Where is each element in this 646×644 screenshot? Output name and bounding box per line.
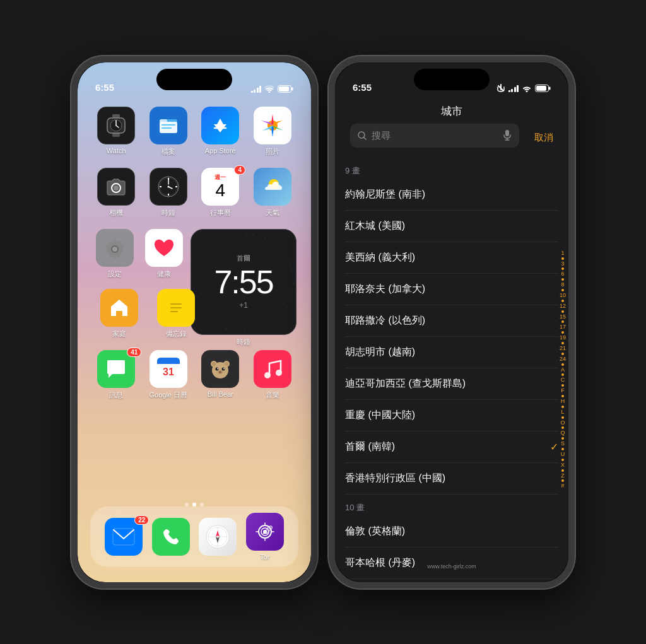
search-input[interactable] — [372, 130, 498, 141]
page-dot-2 — [192, 503, 196, 506]
city-item-hongkong[interactable]: 香港特別行政區 (中國) — [345, 463, 558, 495]
gcal-label: Google 日曆 — [149, 390, 187, 400]
dock-tor[interactable]: Tor — [242, 513, 288, 561]
city-list-inner[interactable]: 9 畫 約翰尼斯堡 (南非) 紅木城 (美國) 美西納 (義大利) 耶洛奈夫 (… — [335, 158, 568, 582]
calendar-label: 行事曆 — [210, 208, 231, 218]
svg-point-28 — [112, 247, 117, 252]
city-name: 耶洛奈夫 (加拿大) — [345, 283, 425, 296]
files-label: 檔案 — [162, 147, 175, 156]
home-icon — [100, 289, 138, 327]
app-files[interactable]: 檔案 — [146, 107, 191, 156]
app-appstore[interactable]: App Store — [197, 107, 243, 156]
app-home[interactable]: 家庭 — [97, 289, 142, 339]
search-icon — [358, 131, 367, 140]
city-item-redwood[interactable]: 紅木城 (美國) — [345, 211, 558, 242]
dock-mail[interactable]: 22 — [101, 518, 146, 556]
clock-widget[interactable]: 首爾 7:55 +1 時鐘 — [191, 229, 297, 347]
alpha-19[interactable]: 19 — [560, 334, 566, 341]
alpha-3[interactable]: 3 — [561, 261, 564, 267]
alpha-O[interactable]: O — [560, 419, 565, 426]
alpha-dot — [561, 437, 564, 440]
app-health[interactable]: 健康 — [141, 229, 187, 279]
app-gcal[interactable]: 31 Google 日曆 — [146, 350, 191, 400]
svg-rect-36 — [157, 361, 180, 364]
cancel-button[interactable]: 取消 — [534, 132, 553, 144]
svg-rect-60 — [549, 86, 551, 90]
alpha-H[interactable]: H — [561, 398, 565, 405]
alpha-dot — [561, 406, 564, 408]
alpha-15[interactable]: 15 — [560, 313, 566, 320]
app-camera[interactable]: 相機 — [93, 168, 139, 218]
tor-label: Tor — [260, 553, 269, 561]
alpha-dot — [561, 363, 564, 366]
clock-widget-label: 時鐘 — [237, 337, 250, 347]
app-settings[interactable]: 設定 — [92, 229, 138, 279]
tor-icon — [246, 513, 284, 551]
watch-icon — [97, 107, 135, 144]
dock-phone[interactable] — [148, 518, 194, 556]
app-photos[interactable]: 照片 — [250, 107, 295, 156]
alpha-L[interactable]: L — [561, 409, 564, 416]
city-item-london[interactable]: 倫敦 (英格蘭) — [345, 516, 558, 547]
signal-icon — [251, 85, 262, 93]
alpha-1[interactable]: 1 — [561, 250, 564, 257]
city-item-messina[interactable]: 美西納 (義大利) — [345, 242, 558, 274]
app-music[interactable]: 音樂 — [250, 350, 295, 400]
city-item-diegogarcía[interactable]: 迪亞哥加西亞 (查戈斯群島) — [345, 368, 558, 400]
app-billbear[interactable]: Bill Bear — [197, 350, 243, 400]
dock-safari[interactable] — [195, 518, 240, 556]
alpha-X[interactable]: X — [561, 462, 565, 469]
app-clock[interactable]: 時鐘 — [146, 168, 191, 218]
status-time: 6:55 — [95, 82, 114, 93]
city-item-columbus[interactable]: 哥倫布 (美國) — [345, 579, 558, 582]
safari-icon — [199, 518, 237, 556]
city-item-chongqing[interactable]: 重慶 (中國大陸) — [345, 400, 558, 431]
alpha-12[interactable]: 12 — [560, 303, 566, 310]
city-item-jerusalem[interactable]: 耶路撒冷 (以色列) — [345, 305, 558, 337]
alpha-A[interactable]: A — [561, 366, 565, 373]
city-item-johannesburg[interactable]: 約翰尼斯堡 (南非) — [345, 179, 558, 211]
alpha-Q[interactable]: Q — [560, 430, 565, 436]
clock-icon — [150, 168, 187, 206]
alpha-U[interactable]: U — [561, 451, 565, 458]
watch-label: Watch — [107, 147, 126, 155]
alpha-Z[interactable]: Z — [561, 472, 565, 479]
mic-icon[interactable] — [503, 130, 512, 141]
city-search-bar[interactable] — [350, 124, 519, 148]
svg-point-46 — [219, 371, 221, 373]
alpha-dot — [561, 426, 564, 429]
alpha-dot — [561, 416, 564, 419]
clock-widget-display: 首爾 7:55 +1 — [191, 229, 297, 335]
weather-label: 天氣 — [266, 208, 279, 218]
alpha-dot — [561, 373, 564, 376]
alpha-S[interactable]: S — [561, 440, 565, 447]
city-item-seoul[interactable]: 首爾 (南韓) ✓ — [345, 431, 558, 463]
alpha-F[interactable]: F — [561, 387, 565, 394]
alpha-C[interactable]: C — [561, 377, 565, 383]
app-notes[interactable]: 備忘錄 — [153, 289, 199, 339]
app-messages[interactable]: 41 訊息 — [93, 350, 139, 400]
alpha-8[interactable]: 8 — [561, 281, 564, 288]
alpha-dot — [561, 267, 564, 270]
city-item-yellowknife[interactable]: 耶洛奈夫 (加拿大) — [345, 274, 558, 305]
status-icons-2 — [496, 84, 551, 93]
alpha-10[interactable]: 10 — [560, 292, 566, 299]
alpha-17[interactable]: 17 — [560, 324, 566, 331]
app-watch[interactable]: Watch — [93, 107, 139, 156]
svg-rect-1 — [291, 87, 293, 90]
health-icon — [145, 229, 183, 267]
alpha-21[interactable]: 21 — [560, 345, 566, 352]
city-item-hcmc[interactable]: 胡志明市 (越南) — [345, 337, 558, 368]
city-name: 約翰尼斯堡 (南非) — [345, 188, 425, 201]
alpha-dot — [561, 353, 564, 355]
app-weather[interactable]: 天氣 — [250, 168, 295, 218]
dynamic-island — [156, 69, 232, 90]
app-calendar[interactable]: 週一 4 4 行事曆 — [197, 168, 243, 218]
svg-rect-13 — [162, 127, 172, 129]
photos-icon-bg — [254, 107, 291, 144]
alpha-24[interactable]: 24 — [560, 356, 566, 363]
alpha-hash[interactable]: # — [561, 483, 564, 489]
notes-label: 備忘錄 — [166, 329, 187, 339]
app-grid: Watch 檔案 — [78, 100, 311, 418]
alpha-6[interactable]: 6 — [561, 271, 564, 278]
